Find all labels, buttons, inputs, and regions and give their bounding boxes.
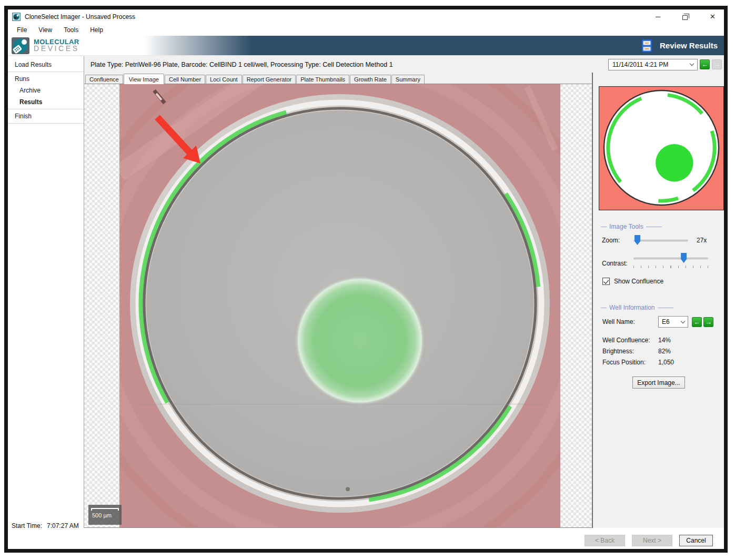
image-tools-header: Image Tools (609, 223, 643, 230)
zoom-value: 27x (697, 237, 707, 244)
start-time: Start Time: 7:07:27 AM (12, 522, 79, 530)
well-next-button[interactable]: → (703, 317, 713, 327)
title-bar: CloneSelect Imager - Unsaved Process ─ ✕ (8, 9, 724, 24)
focus-position-label: Focus Position: (602, 359, 658, 366)
contrast-tick-marks (633, 266, 708, 268)
menu-view[interactable]: View (33, 25, 58, 35)
zoom-row: Zoom: 27x (602, 235, 724, 246)
brightness-value: 82% (658, 348, 671, 355)
menu-file[interactable]: File (11, 25, 33, 35)
well-thumbnail[interactable] (599, 86, 724, 210)
brand-band: MOLECULAR DEVICES Review Results (8, 36, 724, 56)
show-confluence-label: Show Confluence (614, 278, 663, 285)
chevron-down-icon (681, 319, 685, 323)
wizard-sidebar: Load Results Runs Archive Results Finish (8, 56, 84, 528)
zoom-slider[interactable] (633, 235, 688, 246)
tab-plate-thumbnails[interactable]: Plate Thumbnails (296, 75, 349, 84)
menu-bar: File View Tools Help (8, 24, 724, 36)
back-button[interactable]: < Back (585, 535, 625, 546)
logo-text-line2: DEVICES (34, 45, 79, 52)
focus-position-value: 1,050 (658, 359, 674, 366)
plate-info-bar: Plate Type: PetriWell-96 Plate, Barcode:… (84, 56, 724, 73)
show-confluence-checkbox[interactable] (602, 278, 610, 285)
app-icon (12, 13, 21, 21)
tab-summary[interactable]: Summary (391, 75, 425, 84)
zoom-slider-track[interactable] (633, 240, 688, 241)
start-time-value: 7:07:27 AM (47, 522, 79, 530)
molecular-devices-logo-icon (11, 36, 31, 56)
well-name-label: Well Name: (602, 318, 658, 325)
well-name-row: Well Name: E6 ← → (602, 316, 724, 328)
sidebar-item-archive[interactable]: Archive (8, 85, 84, 96)
timestamp-value: 11/14/2011 4:21 PM (612, 61, 668, 68)
well-information-header: Well Information (609, 304, 655, 311)
scale-bar-label: 500 µm (91, 512, 119, 518)
show-confluence-row: Show Confluence (602, 278, 724, 285)
sidebar-item-runs[interactable]: Runs (8, 73, 84, 85)
well-confluence-value: 14% (658, 337, 671, 344)
well-image[interactable] (119, 84, 560, 527)
menu-help[interactable]: Help (84, 25, 109, 35)
sidebar-separator (8, 123, 84, 124)
well-confluence-row: Well Confluence: 14% (602, 337, 724, 344)
tab-growth-rate[interactable]: Growth Rate (350, 75, 391, 84)
export-image-button[interactable]: Export Image... (632, 376, 685, 389)
tab-view-image[interactable]: View Image (124, 74, 164, 84)
wizard-footer: < Back Next > Cancel (8, 528, 724, 548)
focus-position-row: Focus Position: 1,050 (602, 359, 724, 366)
tab-cell-number[interactable]: Cell Number (165, 75, 205, 84)
molecular-devices-logo: MOLECULAR DEVICES (11, 36, 79, 56)
scale-bar-line (91, 508, 119, 511)
app-window: CloneSelect Imager - Unsaved Process ─ ✕… (4, 6, 728, 553)
window-title: CloneSelect Imager - Unsaved Process (25, 13, 135, 21)
well-information-group: Well Information (601, 304, 718, 311)
start-time-label: Start Time: (12, 522, 42, 530)
tab-report-generator[interactable]: Report Generator (243, 75, 296, 84)
minimize-icon[interactable]: ─ (656, 13, 660, 20)
contrast-slider-thumb[interactable] (681, 253, 687, 263)
well-name-dropdown[interactable]: E6 (658, 316, 688, 328)
restore-icon[interactable] (682, 15, 688, 20)
chevron-down-icon (690, 62, 694, 66)
scale-bar: 500 µm (88, 505, 122, 525)
contrast-slider[interactable] (633, 253, 708, 263)
contrast-row: Contrast: (602, 253, 724, 268)
well-confluence-label: Well Confluence: (602, 337, 658, 344)
brightness-row: Brightness: 82% (602, 348, 724, 355)
close-icon[interactable]: ✕ (710, 13, 716, 20)
menu-tools[interactable]: Tools (58, 25, 84, 35)
brightness-label: Brightness: (602, 348, 658, 355)
zoom-label: Zoom: (602, 237, 632, 244)
results-tabstrip: Confluence View Image Cell Number Loci C… (84, 73, 592, 84)
sidebar-separator (8, 72, 84, 72)
image-tools-group: Image Tools (601, 223, 718, 230)
plate-info-text: Plate Type: PetriWell-96 Plate, Barcode:… (90, 61, 393, 68)
cancel-button[interactable]: Cancel (679, 535, 713, 546)
zoom-slider-thumb[interactable] (635, 235, 640, 245)
well-prev-button[interactable]: ← (692, 317, 702, 327)
tab-confluence[interactable]: Confluence (85, 75, 123, 84)
contrast-label: Contrast: (602, 260, 632, 268)
timestamp-next-button[interactable]: → (712, 59, 722, 69)
timestamp-dropdown[interactable]: 11/14/2011 4:21 PM (608, 59, 698, 70)
tab-loci-count[interactable]: Loci Count (206, 75, 242, 84)
sidebar-item-results[interactable]: Results (8, 96, 84, 108)
sidebar-item-finish[interactable]: Finish (8, 110, 84, 122)
contrast-slider-track[interactable] (633, 258, 708, 259)
review-results-icon (641, 38, 653, 53)
sidebar-separator (8, 109, 84, 109)
mode-label: Review Results (660, 41, 718, 50)
well-image-viewport[interactable]: 500 µm (84, 84, 592, 528)
well-name-value: E6 (662, 318, 670, 325)
right-panel: Image Tools Zoom: 27x Contrast: (592, 73, 724, 528)
next-button[interactable]: Next > (632, 535, 672, 546)
sidebar-item-load-results[interactable]: Load Results (8, 59, 84, 70)
timestamp-prev-button[interactable]: ← (700, 59, 710, 69)
